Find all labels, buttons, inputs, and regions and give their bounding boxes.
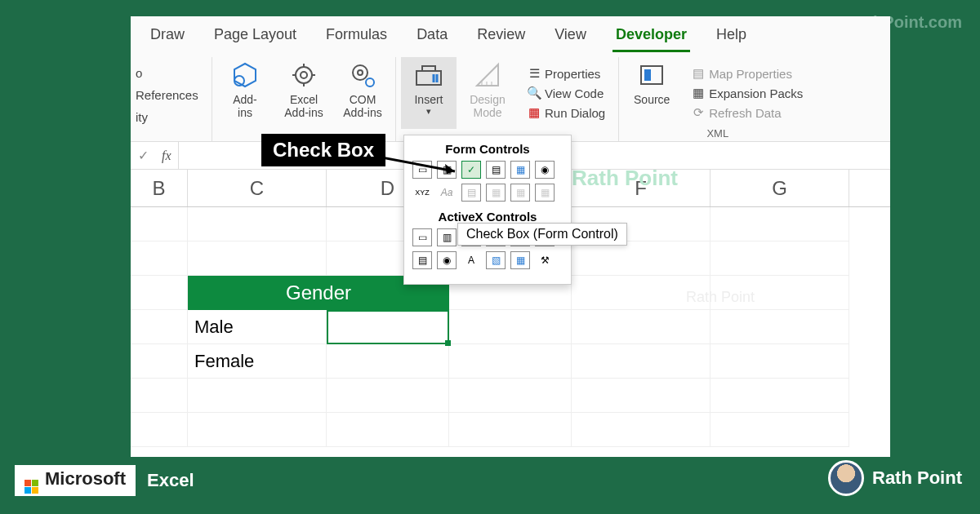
svg-point-2 [296,67,312,83]
insert-controls-popup: Form Controls ▭ ▥ ✓ ▤ ▦ ◉ XYZ Aa ▤ ▦ ▦ ▦… [403,135,572,285]
gear-plus-icon [348,60,377,90]
ruler-triangle-icon [473,60,502,90]
properties-icon: ☰ [527,66,541,81]
expansion-packs-icon: ▦ [691,86,706,100]
toolbox-icon [414,60,443,90]
tab-view[interactable]: View [551,23,590,52]
author-avatar [828,460,864,496]
run-dialog-icon: ▦ [527,105,541,120]
form-label-icon[interactable]: Aa [437,184,457,202]
form-checkbox-icon[interactable]: ✓ [461,161,481,179]
ax-button-icon[interactable]: ▭ [412,228,432,246]
tab-page-layout[interactable]: Page Layout [211,23,300,52]
expansion-packs-label: Expansion Packs [709,86,803,100]
addins-icon [230,60,260,90]
map-properties-button: ▤Map Properties [688,64,806,82]
ribbon-group-xml: Source ▤Map Properties ▦Expansion Packs … [619,57,816,141]
addins-button[interactable]: Add- ins [217,57,273,129]
tab-help[interactable]: Help [713,23,750,52]
fx-label[interactable]: fx [155,148,178,163]
ax-option-icon[interactable]: ◉ [437,251,457,269]
cell-male[interactable]: Male [188,310,327,344]
form-groupbox-icon[interactable]: XYZ [412,184,432,202]
ax-image-icon[interactable]: ▧ [486,251,506,269]
tab-formulas[interactable]: Formulas [323,23,390,52]
insert-button[interactable]: Insert ▾ [401,57,457,129]
expansion-packs-button[interactable]: ▦Expansion Packs [688,84,806,102]
svg-point-9 [358,70,363,75]
view-code-button[interactable]: 🔍View Code [523,84,608,102]
svg-marker-15 [477,64,498,86]
tab-draw[interactable]: Draw [147,23,188,52]
com-addins-label: COM Add-ins [343,93,381,119]
col-B[interactable]: B [131,170,188,206]
form-option-icon[interactable]: ◉ [535,161,555,179]
run-dialog-button[interactable]: ▦Run Dialog [523,104,608,122]
form-controls-grid: ▭ ▥ ✓ ▤ ▦ ◉ XYZ Aa ▤ ▦ ▦ ▦ [412,161,563,208]
ax-combo-icon[interactable]: ▥ [437,228,457,246]
svg-point-8 [353,65,368,80]
view-code-icon: 🔍 [527,86,541,100]
ax-spin-icon[interactable]: ▤ [412,251,432,269]
form-extra1-icon[interactable]: ▦ [486,184,506,202]
svg-rect-19 [641,66,662,84]
form-extra3-icon[interactable]: ▦ [535,184,555,202]
ax-toggle-icon[interactable]: ▦ [510,251,530,269]
ribbon-frag-2[interactable]: References [136,84,207,106]
xml-group-label: XML [619,127,816,140]
design-mode-button[interactable]: Design Mode [460,57,515,129]
callout-label: Check Box [261,134,385,166]
properties-button[interactable]: ☰Properties [523,64,608,82]
col-G[interactable]: G [710,170,849,206]
formula-confirm-icon[interactable]: ✓ [131,148,155,163]
excel-label: Excel [136,465,206,496]
svg-point-10 [366,78,374,86]
refresh-data-button: ⟳Refresh Data [688,104,806,122]
cell-female[interactable]: Female [188,344,327,379]
source-label: Source [634,93,670,106]
ribbon-group-controls: Insert ▾ Design Mode ☰Properties 🔍View C… [396,57,619,141]
view-code-label: View Code [545,86,604,100]
design-mode-label: Design Mode [470,93,506,119]
form-spinner-icon[interactable]: ▤ [486,161,506,179]
tab-data[interactable]: Data [413,23,451,52]
com-addins-button[interactable]: COM Add-ins [335,57,390,129]
source-button[interactable]: Source [624,57,679,129]
form-scrollbar-icon[interactable]: ▤ [461,184,481,202]
refresh-data-label: Refresh Data [709,106,781,120]
product-badge: Microsoft Excel [15,465,206,496]
ribbon-left-fragment: o References ity [131,57,212,141]
ribbon: o References ity Add- ins Excel Add-ins … [131,52,890,142]
ax-label-icon[interactable]: A [461,251,481,269]
ribbon-frag-1: o [136,62,207,84]
author-name: Rath Point [872,467,962,489]
ribbon-frag-3: ity [136,106,207,128]
checkbox-tooltip: Check Box (Form Control) [457,223,627,246]
chevron-down-icon: ▾ [426,106,431,117]
svg-rect-20 [644,69,651,81]
svg-rect-12 [422,66,435,71]
form-extra2-icon[interactable]: ▦ [510,184,530,202]
form-button-icon[interactable]: ▭ [412,161,432,179]
properties-label: Properties [545,67,600,81]
col-F[interactable]: F [572,170,710,206]
form-listbox-icon[interactable]: ▦ [510,161,530,179]
author-credit: Rath Point [828,460,962,496]
insert-label: Insert [414,93,443,106]
ribbon-group-addins: Add- ins Excel Add-ins COM Add-ins [212,57,396,141]
excel-addins-label: Excel Add-ins [284,93,323,119]
svg-marker-0 [234,64,256,86]
ribbon-tabs: Draw Page Layout Formulas Data Review Vi… [131,16,890,52]
form-combo-icon[interactable]: ▥ [437,161,457,179]
addins-label: Add- ins [233,93,257,119]
tab-developer[interactable]: Developer [612,23,690,52]
microsoft-label: Microsoft [15,468,136,494]
microsoft-logo-icon [24,480,38,494]
svg-point-3 [301,72,307,78]
map-properties-label: Map Properties [709,67,792,81]
col-C[interactable]: C [188,170,327,206]
tab-review[interactable]: Review [474,23,528,52]
map-properties-icon: ▤ [691,66,706,81]
excel-addins-button[interactable]: Excel Add-ins [276,57,332,129]
ax-more-icon[interactable]: ⚒ [535,251,555,269]
